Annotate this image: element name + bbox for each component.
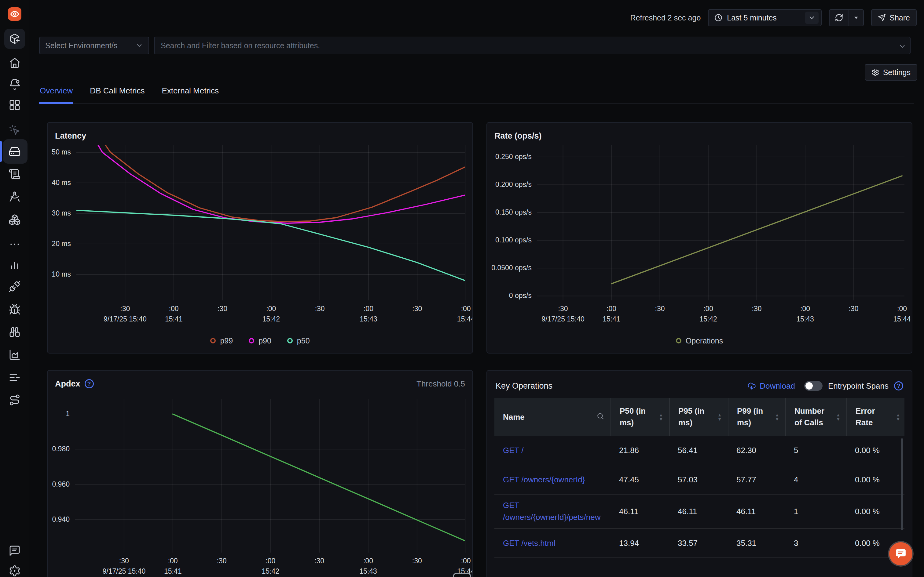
- sidebar-item-get-started[interactable]: [4, 29, 25, 49]
- table-row: GET /owners/{ownerId}47.4557.0357.7740.0…: [494, 465, 905, 495]
- sidebar-item-home[interactable]: [8, 57, 21, 69]
- sort-icons[interactable]: ▲▼: [836, 413, 840, 421]
- rate-panel: Rate (ops/s) 0.250 ops/s0.200 ops/s0.150…: [486, 122, 913, 353]
- tab-db-call-metrics[interactable]: DB Call Metrics: [89, 86, 145, 104]
- x-axis-tick: :00: [584, 305, 639, 313]
- y-axis-tick: 20 ms: [49, 240, 71, 248]
- p95-cell: 46.11: [669, 502, 728, 521]
- x-axis-tick: :00: [243, 557, 298, 565]
- x-axis-tick: :30: [389, 557, 444, 565]
- table-scrollbar[interactable]: [901, 438, 903, 530]
- help-circle-icon[interactable]: ?: [85, 379, 94, 388]
- tab-external-metrics[interactable]: External Metrics: [162, 86, 220, 104]
- y-axis-tick: 40 ms: [49, 179, 71, 187]
- sort-icons[interactable]: ▲▼: [717, 413, 722, 421]
- y-axis-tick: 10 ms: [49, 270, 71, 279]
- route-icon: [8, 394, 21, 406]
- sidebar-item-services[interactable]: [8, 145, 21, 158]
- topbar: Refreshed 2 sec ago Last 5 minutes Share: [630, 9, 917, 26]
- x-axis-tick: :00: [438, 305, 473, 313]
- home-icon: [8, 57, 21, 69]
- operation-link[interactable]: GET /owners/{ownerId}: [503, 475, 585, 484]
- legend-label: p99: [220, 337, 233, 345]
- sidebar-item-traces[interactable]: [8, 190, 21, 203]
- tab-overview[interactable]: Overview: [39, 86, 73, 104]
- table-header-row: NameP50 (in ms)▲▼P95 (in ms)▲▼P99 (in ms…: [494, 398, 905, 436]
- sidebar-item-logs[interactable]: [8, 168, 21, 180]
- search-icon[interactable]: [596, 412, 604, 422]
- help-circle-icon[interactable]: ?: [894, 381, 903, 390]
- legend-item-operations[interactable]: Operations: [676, 337, 723, 345]
- sidebar-item-pipelines[interactable]: [8, 371, 21, 384]
- clock-icon: [714, 13, 723, 22]
- mouse-pointer-click-icon: [8, 124, 21, 136]
- signoz-logo[interactable]: [8, 7, 21, 21]
- entrypoint-spans-toggle[interactable]: [804, 381, 822, 391]
- sidebar-item-explorer[interactable]: [8, 326, 21, 338]
- hard-drive-icon: [8, 145, 21, 158]
- share-button[interactable]: Share: [871, 9, 917, 26]
- sidebar-item-settings[interactable]: [8, 565, 21, 577]
- sidebar-item-metrics[interactable]: [8, 258, 21, 271]
- sidebar-item-alerts[interactable]: [8, 78, 21, 90]
- bug-icon: [8, 303, 21, 316]
- operation-link[interactable]: GET /owners/{ownerId}/pets/new: [503, 501, 601, 522]
- time-range-label: Last 5 minutes: [727, 13, 805, 22]
- legend-item-p50[interactable]: p50: [287, 337, 310, 345]
- p95-cell: 57.03: [669, 470, 728, 489]
- p50-cell: 21.86: [611, 441, 669, 460]
- resource-attribute-search-input[interactable]: [154, 37, 911, 54]
- column-header-number-of-calls[interactable]: Number of Calls▲▼: [785, 398, 846, 436]
- chevron-down-icon: [805, 11, 819, 24]
- column-header-p99-in-ms-[interactable]: P99 (in ms)▲▼: [728, 398, 785, 436]
- x-axis-tick: :30: [97, 305, 152, 313]
- metrics-tabs: OverviewDB Call MetricsExternal Metrics: [39, 86, 914, 104]
- environment-select[interactable]: Select Environment/s: [39, 37, 149, 54]
- latency-chart[interactable]: 50 ms40 ms30 ms20 ms10 ms:309/17/25 15:4…: [49, 142, 471, 329]
- operation-name-cell: GET /owners/{ownerId}/pets/new: [494, 495, 611, 528]
- sidebar-item-events[interactable]: [8, 124, 21, 136]
- x-axis-tick: :30: [729, 305, 784, 313]
- drag-handle[interactable]: [453, 573, 471, 577]
- time-range-select[interactable]: Last 5 minutes: [708, 9, 822, 26]
- settings-button[interactable]: Settings: [865, 64, 917, 81]
- apdex-chart[interactable]: 10.9800.9600.940:309/17/25 15:40:0015:41…: [49, 390, 471, 577]
- refresh-options-button[interactable]: [849, 10, 863, 26]
- key-operations-table: NameP50 (in ms)▲▼P95 (in ms)▲▼P99 (in ms…: [494, 398, 905, 577]
- sidebar-item-dashboards[interactable]: [8, 99, 21, 111]
- x-axis-tick-date: 15:42: [243, 567, 298, 575]
- sort-icons[interactable]: ▲▼: [896, 413, 900, 421]
- download-button[interactable]: Download: [747, 381, 795, 391]
- p95-cell: 56.41: [669, 441, 728, 460]
- operation-link[interactable]: GET /: [503, 446, 523, 455]
- column-header-p50-in-ms-[interactable]: P50 (in ms)▲▼: [611, 398, 669, 436]
- x-axis-tick: :00: [778, 305, 833, 313]
- x-axis-tick: :30: [826, 305, 881, 313]
- support-chat-fab[interactable]: [889, 542, 913, 566]
- refresh-button[interactable]: [830, 10, 849, 26]
- sidebar-item-more[interactable]: [8, 238, 21, 250]
- legend-item-p90[interactable]: p90: [249, 337, 271, 345]
- y-axis-tick: 0.940: [49, 515, 69, 524]
- sidebar-item-support[interactable]: [8, 545, 21, 557]
- sidebar-item-infrastructure[interactable]: [8, 214, 21, 226]
- sidebar-item-exceptions[interactable]: [8, 303, 21, 316]
- rate-chart[interactable]: 0.250 ops/s0.200 ops/s0.150 ops/s0.100 o…: [488, 142, 911, 329]
- legend-item-p99[interactable]: p99: [210, 337, 233, 345]
- column-header-p95-in-ms-[interactable]: P95 (in ms)▲▼: [669, 398, 728, 436]
- chevron-down-icon: [136, 42, 143, 49]
- x-axis-tick: :00: [341, 557, 396, 565]
- p50-cell: 13.94: [611, 533, 669, 553]
- x-axis-tick-date: 15:42: [681, 315, 736, 323]
- sort-icons[interactable]: ▲▼: [775, 413, 779, 421]
- share-label: Share: [890, 13, 910, 22]
- message-square-icon: [8, 545, 21, 557]
- rate-legend: Operations: [487, 329, 912, 353]
- sidebar-item-service-map[interactable]: [8, 394, 21, 406]
- operation-link[interactable]: GET /vets.html: [503, 538, 555, 548]
- settings-label: Settings: [883, 68, 911, 77]
- sort-icons[interactable]: ▲▼: [659, 413, 663, 421]
- column-header-error-rate[interactable]: Error Rate▲▼: [846, 398, 905, 436]
- sidebar-item-integrations[interactable]: [8, 280, 21, 292]
- sidebar-item-chart-explorer[interactable]: [8, 349, 21, 361]
